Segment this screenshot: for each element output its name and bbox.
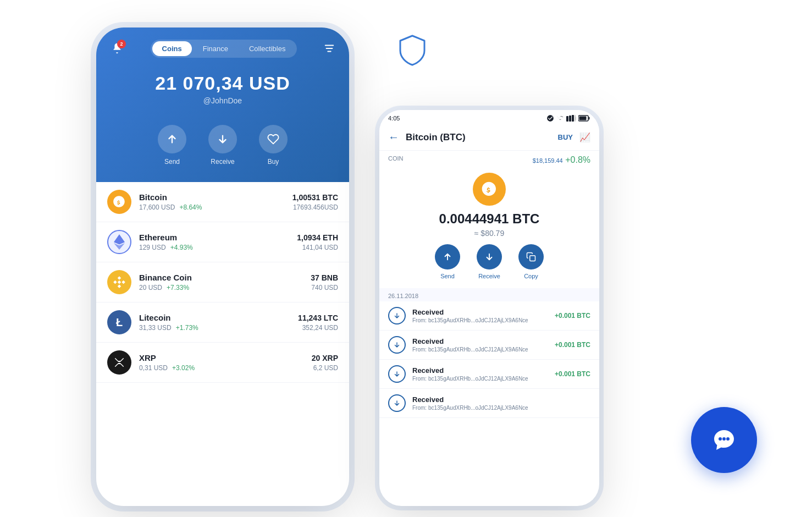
chat-support-button[interactable] (691, 407, 757, 473)
action-buttons: Send Receive Buy (107, 125, 338, 166)
transaction-list: 26.11.2018 Received From: bc135gAudXRHb.… (379, 288, 599, 418)
ethereum-balance: 1,0934 ETH 141,04 USD (297, 233, 338, 251)
scene: 2 Coins Finance Collectibles 21 (0, 0, 812, 517)
table-row[interactable]: Received From: bc135gAudXRHb...oJdCJ12Aj… (379, 331, 599, 360)
xrp-logo (107, 350, 131, 375)
list-item[interactable]: Ethereum 129 USD +4.93% 1,0934 ETH 141,0… (96, 222, 349, 262)
bitcoin-info: Bitcoin 17,600 USD +8.64% (139, 193, 285, 211)
ethereum-logo (107, 230, 131, 254)
tx-info: Received From: bc135gAudXRHb...oJdCJ12Aj… (412, 395, 584, 411)
ltc-logo: Ł (107, 310, 131, 334)
status-time: 4:05 (388, 115, 400, 122)
btc-receive-label: Receive (478, 273, 500, 279)
receive-button[interactable]: Receive (208, 125, 237, 166)
balance-amount: 21 070,34 USD (107, 73, 338, 94)
svg-rect-11 (530, 256, 535, 261)
phone1-device: 2 Coins Finance Collectibles 21 (96, 28, 349, 506)
svg-rect-3 (566, 116, 568, 122)
svg-rect-10 (579, 117, 587, 120)
tab-collectibles[interactable]: Collectibles (239, 41, 295, 56)
nav-title: Bitcoin (BTC) (406, 132, 551, 143)
buy-button[interactable]: BUY (558, 133, 573, 141)
btc-usd: ≈ $80.79 (474, 229, 504, 238)
svg-rect-9 (589, 117, 590, 120)
bnb-info: Binance Coin 20 USD +7.33% (139, 273, 303, 292)
tab-finance[interactable]: Finance (193, 41, 238, 56)
btc-receive-button[interactable]: Receive (477, 244, 502, 279)
chart-icon[interactable]: 📈 (579, 132, 590, 142)
phone1-topbar: 2 Coins Finance Collectibles (107, 38, 338, 58)
status-icons (546, 114, 590, 122)
tx-receive-icon (388, 336, 406, 354)
tx-amount: +0.001 BTC (555, 341, 590, 349)
receive-label: Receive (211, 158, 234, 166)
xrp-balance: 20 XRP 6,2 USD (312, 354, 338, 372)
phone2-nav: ← Bitcoin (BTC) BUY 📈 (379, 127, 599, 151)
list-item[interactable]: Binance Coin 20 USD +7.33% 37 BNB 740 US… (96, 262, 349, 302)
tx-date: 26.11.2018 (379, 288, 599, 301)
balance-section: 21 070,34 USD @JohnDoe (107, 67, 338, 116)
tx-info: Received From: bc135gAudXRHb...oJdCJ12Aj… (412, 337, 548, 353)
back-button[interactable]: ← (388, 131, 399, 144)
svg-rect-4 (569, 116, 571, 122)
buy-label: Buy (268, 158, 279, 166)
send-button[interactable]: Send (158, 125, 186, 166)
btc-copy-button[interactable]: Copy (518, 244, 544, 279)
table-row[interactable]: Received From: bc135gAudXRHb...oJdCJ12Aj… (379, 360, 599, 389)
tx-info: Received From: bc135gAudXRHb...oJdCJ12Aj… (412, 366, 548, 382)
svg-rect-7 (576, 117, 576, 120)
btc-logo (473, 173, 506, 206)
list-item[interactable]: XRP 0,31 USD +3.02% 20 XRP 6,2 USD (96, 343, 349, 383)
table-row[interactable]: Received From: bc135gAudXRHb...oJdCJ12Aj… (379, 301, 599, 331)
tx-receive-icon (388, 365, 406, 383)
bnb-logo (107, 270, 131, 294)
shield-icon (396, 33, 429, 66)
btc-amount: 0.00444941 BTC (439, 211, 540, 227)
ltc-info: Litecoin 31,33 USD +1.73% (139, 313, 290, 332)
phone2-status-bar: 4:05 (379, 110, 599, 127)
svg-point-12 (719, 437, 722, 441)
list-item[interactable]: Bitcoin 17,600 USD +8.64% 1,00531 BTC 17… (96, 182, 349, 222)
tx-receive-icon (388, 307, 406, 324)
svg-rect-6 (575, 115, 576, 122)
tx-amount: +0.001 BTC (555, 312, 590, 320)
svg-point-14 (726, 437, 730, 441)
buy-button[interactable]: Buy (259, 125, 288, 166)
tab-group: Coins Finance Collectibles (151, 40, 297, 58)
btc-actions: Send Receive (435, 244, 544, 279)
coin-change-label: +0.8% (565, 155, 590, 164)
tab-coins[interactable]: Coins (152, 41, 192, 56)
table-row[interactable]: Received From: bc135gAudXRHb...oJdCJ12Aj… (379, 389, 599, 418)
notif-count: 2 (117, 40, 126, 48)
xrp-info: XRP 0,31 USD +3.02% (139, 353, 304, 372)
svg-point-13 (722, 437, 726, 441)
coin-label-row: COIN $18,159.44 +0.8% (379, 151, 599, 167)
btc-send-label: Send (440, 273, 455, 279)
coin-price-label: $18,159.44 (533, 157, 563, 164)
ltc-balance: 11,243 LTC 352,24 USD (298, 314, 338, 332)
notification-bell[interactable]: 2 (107, 38, 127, 58)
btc-copy-label: Copy (524, 273, 538, 279)
btc-detail: 0.00444941 BTC ≈ $80.79 Send (379, 167, 599, 288)
list-item[interactable]: Ł Litecoin 31,33 USD +1.73% 11,243 LTC 3… (96, 302, 349, 343)
balance-username: @JohnDoe (107, 96, 338, 105)
phone2-device: 4:05 ← Bitcoin (BTC) BUY 📈 COIN $18,159.… (379, 110, 599, 506)
bitcoin-logo (107, 190, 131, 214)
ethereum-info: Ethereum 129 USD +4.93% (139, 233, 289, 251)
filter-icon[interactable] (321, 40, 338, 57)
coin-list: Bitcoin 17,600 USD +8.64% 1,00531 BTC 17… (96, 182, 349, 383)
coin-label: COIN (388, 155, 404, 165)
bnb-balance: 37 BNB 740 USD (311, 273, 338, 292)
send-label: Send (164, 158, 180, 166)
svg-rect-5 (572, 115, 574, 122)
btc-send-button[interactable]: Send (435, 244, 460, 279)
tx-receive-icon (388, 394, 406, 412)
phone1-header: 2 Coins Finance Collectibles 21 (96, 28, 349, 182)
bitcoin-balance: 1,00531 BTC 17693.456USD (292, 193, 338, 211)
tx-amount: +0.001 BTC (555, 370, 590, 378)
tx-info: Received From: bc135gAudXRHb...oJdCJ12Aj… (412, 308, 548, 323)
